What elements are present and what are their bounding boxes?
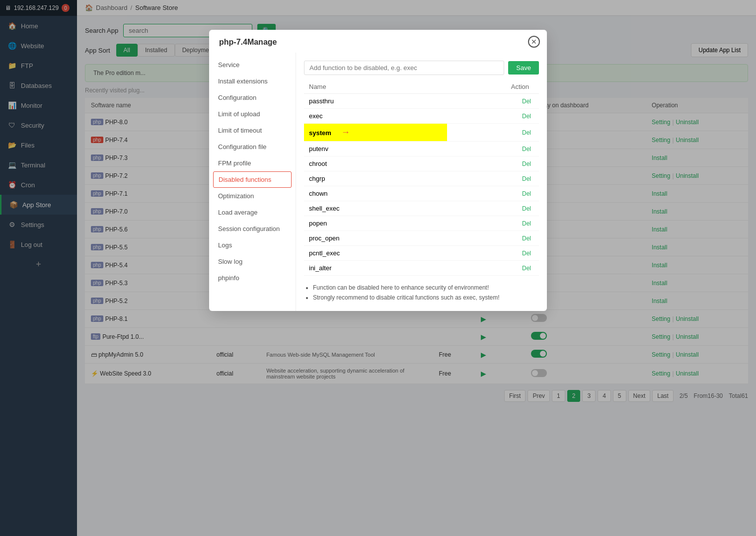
note-item: Strongly recommend to disable critical f… <box>313 293 539 303</box>
modal-sidebar-item-limit-of-upload[interactable]: Limit of upload <box>209 106 296 122</box>
modal-body: ServiceInstall extensionsConfigurationLi… <box>209 53 547 311</box>
note-item: Function can be disabled here to enhance… <box>313 283 539 293</box>
modal-sidebar-item-configuration-file[interactable]: Configuration file <box>209 139 296 155</box>
modal-close-button[interactable]: ✕ <box>528 36 540 48</box>
function-name: proc_open <box>304 231 447 246</box>
function-name: popen <box>304 216 447 231</box>
modal-overlay: php-7.4Manage ✕ ServiceInstall extension… <box>0 0 756 536</box>
modal-content: Save Name Action passthru Del exec Del s… <box>296 53 547 311</box>
delete-function-button[interactable]: Del <box>522 220 531 227</box>
function-del-cell: Del <box>447 201 539 216</box>
function-del-cell: Del <box>447 216 539 231</box>
function-name: pcntl_exec <box>304 246 447 261</box>
function-del-cell: Del <box>447 231 539 246</box>
delete-function-button[interactable]: Del <box>522 205 531 212</box>
modal-sidebar-item-slow-log[interactable]: Slow log <box>209 253 296 270</box>
modal-sidebar: ServiceInstall extensionsConfigurationLi… <box>209 53 296 311</box>
function-del-cell: Del <box>447 156 539 171</box>
modal-sidebar-item-session-configuration[interactable]: Session configuration <box>209 221 296 237</box>
delete-function-button[interactable]: Del <box>522 160 531 167</box>
delete-function-button[interactable]: Del <box>522 175 531 182</box>
modal-sidebar-item-phpinfo[interactable]: phpinfo <box>209 270 296 286</box>
highlight-arrow: → <box>341 127 350 138</box>
delete-function-button[interactable]: Del <box>522 235 531 242</box>
col-name: Name <box>304 80 447 94</box>
function-name: chown <box>304 186 447 201</box>
function-row: chgrp Del <box>304 171 539 186</box>
notes-list: Function can be disabled here to enhance… <box>304 281 539 303</box>
function-name: ini_alter <box>304 261 447 276</box>
modal-sidebar-item-load-average[interactable]: Load average <box>209 204 296 221</box>
modal-sidebar-item-limit-of-timeout[interactable]: Limit of timeout <box>209 122 296 139</box>
function-row: proc_open Del <box>304 231 539 246</box>
add-function-input[interactable] <box>304 61 504 75</box>
function-del-cell: Del <box>447 186 539 201</box>
modal-title: php-7.4Manage <box>209 30 547 53</box>
function-del-cell: Del <box>447 94 539 109</box>
function-name: system→ <box>304 124 447 142</box>
functions-table-body: passthru Del exec Del system→ Del putenv… <box>304 94 539 276</box>
add-function-row: Save <box>304 61 539 75</box>
function-row: shell_exec Del <box>304 201 539 216</box>
function-del-cell: Del <box>447 124 539 142</box>
function-name: exec <box>304 109 447 124</box>
delete-function-button[interactable]: Del <box>522 113 531 120</box>
function-row: putenv Del <box>304 142 539 156</box>
functions-table-header: Name Action <box>304 80 539 94</box>
delete-function-button[interactable]: Del <box>522 129 531 136</box>
modal-sidebar-item-service[interactable]: Service <box>209 57 296 73</box>
modal-sidebar-item-logs[interactable]: Logs <box>209 237 296 253</box>
function-del-cell: Del <box>447 246 539 261</box>
function-row: system→ Del <box>304 124 539 142</box>
function-row: passthru Del <box>304 94 539 109</box>
function-name: shell_exec <box>304 201 447 216</box>
functions-table: Name Action passthru Del exec Del system… <box>304 80 539 276</box>
modal-sidebar-item-install-extensions[interactable]: Install extensions <box>209 73 296 89</box>
function-del-cell: Del <box>447 171 539 186</box>
function-row: chown Del <box>304 186 539 201</box>
function-name: putenv <box>304 142 447 156</box>
function-name: passthru <box>304 94 447 109</box>
modal-sidebar-item-optimization[interactable]: Optimization <box>209 188 296 204</box>
function-row: chroot Del <box>304 156 539 171</box>
function-row: popen Del <box>304 216 539 231</box>
delete-function-button[interactable]: Del <box>522 265 531 272</box>
function-del-cell: Del <box>447 142 539 156</box>
function-name: chroot <box>304 156 447 171</box>
col-action: Action <box>447 80 539 94</box>
function-del-cell: Del <box>447 109 539 124</box>
delete-function-button[interactable]: Del <box>522 98 531 105</box>
delete-function-button[interactable]: Del <box>522 146 531 153</box>
modal-sidebar-item-disabled-functions[interactable]: Disabled functions <box>213 171 292 188</box>
php-manage-modal: php-7.4Manage ✕ ServiceInstall extension… <box>209 30 547 311</box>
delete-function-button[interactable]: Del <box>522 250 531 257</box>
function-del-cell: Del <box>447 261 539 276</box>
delete-function-button[interactable]: Del <box>522 190 531 197</box>
function-row: ini_alter Del <box>304 261 539 276</box>
function-name: chgrp <box>304 171 447 186</box>
modal-sidebar-item-fpm-profile[interactable]: FPM profile <box>209 155 296 171</box>
save-function-button[interactable]: Save <box>508 61 539 75</box>
function-row: pcntl_exec Del <box>304 246 539 261</box>
modal-sidebar-item-configuration[interactable]: Configuration <box>209 89 296 106</box>
function-row: exec Del <box>304 109 539 124</box>
